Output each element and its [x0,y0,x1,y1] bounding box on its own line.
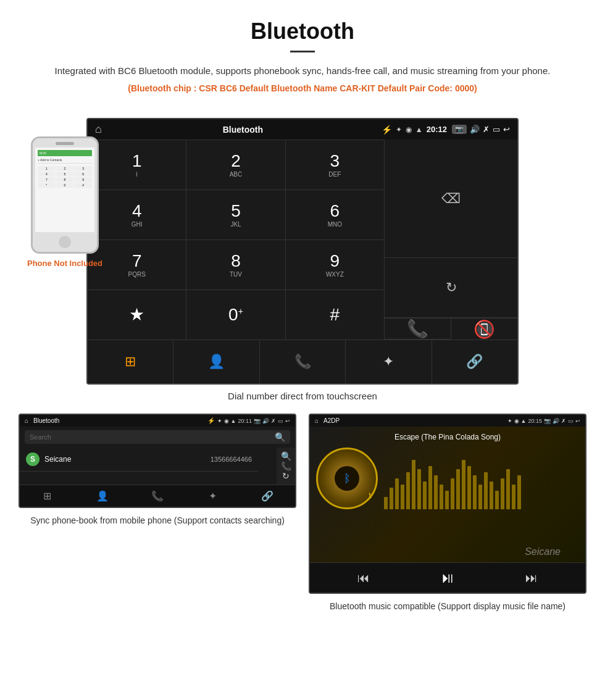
visualizer-bar [490,481,493,509]
phone-image: M:00 + Add to Contacts 123 456 789 *0# [31,136,99,254]
phonebook-statusbar: ⌂ Bluetooth ⚡ ✦ ◉ ▲ 20:11 📷 🔊 ✗ ▭ ↩ [20,415,295,427]
dialpad-button[interactable]: ⊞ [88,340,173,383]
pb-contacts-btn[interactable]: 👤 [75,485,130,507]
refresh-button[interactable]: ↻ [385,258,517,318]
music-body: Escape (The Pina Colada Song) ᛒ ♪ Seican… [310,427,585,562]
phonebook-caption: Sync phone-book from mobile phone (Suppo… [30,514,285,527]
pb-time: 20:11 [238,418,252,424]
visualizer-bar [462,460,465,509]
back-icon[interactable]: ↩ [503,125,510,134]
song-title: Escape (The Pina Colada Song) [394,433,501,441]
key-hash[interactable]: # [286,290,384,340]
statusbar: ⌂ Bluetooth ⚡ ✦ ◉ ▲ 20:12 📷 🔊 ✗ ▭ ↩ [88,119,517,140]
mu-status-icons: ✦ ◉ ▲ 20:15 📷 🔊 ✗ ▭ ↩ [507,418,580,424]
x-icon[interactable]: ✗ [483,125,490,134]
pb-rect-icon: ▭ [278,418,283,424]
link-button[interactable]: 🔗 [432,340,517,383]
phone-not-included-label: Phone Not Included [27,259,102,268]
visualizer-bar [401,485,404,509]
visualizer-bar [517,475,521,509]
phone-button[interactable]: 📞 [260,340,346,383]
music-visualizer [384,448,579,509]
visualizer-bar [384,497,388,509]
music-screen: ⌂ A2DP ✦ ◉ ▲ 20:15 📷 🔊 ✗ ▭ ↩ Escape (The… [309,414,586,594]
call-buttons-row: 📞 📵 [385,318,517,340]
statusbar-right-icons: 📷 🔊 ✗ ▭ ↩ [452,125,510,134]
contact-avatar: S [26,452,40,466]
pb-link-btn[interactable]: 🔗 [240,485,295,507]
contact-list: S Seicane 13566664466 [20,448,277,485]
visualizer-bar [467,466,471,509]
rect-icon[interactable]: ▭ [493,125,500,134]
pb-phone-btn[interactable]: 📞 [130,485,185,507]
volume-icon[interactable]: 🔊 [470,125,480,134]
visualizer-bar [478,485,482,509]
key-9[interactable]: 9 WXYZ [286,240,384,290]
key-2[interactable]: 2 ABC [186,140,285,190]
music-controls: ⏮ ⏯ ⏭ [310,562,585,593]
pb-home-icon[interactable]: ⌂ [25,417,28,424]
phone-screen-top: M:00 [38,150,92,156]
call-red-button[interactable]: 📵 [451,319,517,340]
visualizer-bar [412,460,415,509]
pb-bluetooth-btn[interactable]: ✦ [185,485,240,507]
call-sidebar-icon[interactable]: 📞 [281,461,291,471]
visualizer-bar [473,475,477,509]
pb-status-icons: ✦ ◉ ▲ 20:11 📷 🔊 ✗ ▭ ↩ [217,418,290,424]
contact-entry[interactable]: S Seicane 13566664466 [20,448,258,472]
search-placeholder: Search [30,433,51,441]
visualizer-bar [417,469,421,509]
dialpad-keys: 1 ⌇ 2 ABC 3 DEF 4 GHI [88,140,384,340]
home-icon[interactable]: ⌂ [95,123,102,136]
key-0[interactable]: 0+ [186,290,285,340]
refresh-sidebar-icon[interactable]: ↻ [282,471,290,481]
phone-dialpad-mini: 123 456 789 *0# [38,166,92,188]
pb-sig-icon: ▲ [231,418,236,424]
search-sidebar-icon[interactable]: 🔍 [281,451,291,461]
page-description: Integrated with BC6 Bluetooth module, su… [37,64,568,78]
key-3[interactable]: 3 DEF [286,140,384,190]
mu-home-icon[interactable]: ⌂ [315,417,319,424]
mu-title: A2DP [323,417,505,424]
pb-cam-icon: 📷 [254,418,261,424]
statusbar-title: Bluetooth [108,125,378,135]
phone-aside: M:00 + Add to Contacts 123 456 789 *0# P… [0,136,130,268]
visualizer-bar [495,491,499,509]
bluetooth-icon: ✦ [396,125,402,134]
disc-bluetooth-icon: ᛒ [344,472,351,485]
play-pause-button[interactable]: ⏯ [440,569,455,586]
phonebook-search-bar[interactable]: Search 🔍 [25,430,290,444]
dialpad-side: ⌫ ↻ 📞 📵 [384,140,517,340]
main-caption: Dial number direct from touchscreen [0,391,605,401]
phonebook-bottom-bar: ⊞ 👤 📞 ✦ 🔗 [20,485,295,507]
mu-x-icon: ✗ [561,418,566,424]
key-star[interactable]: ★ [88,290,186,340]
key-5[interactable]: 5 JKL [186,190,285,240]
next-button[interactable]: ⏭ [525,571,538,585]
phone-screen-contact: + Add to Contacts [38,158,92,164]
music-caption: Bluetooth music compatible (Support disp… [330,600,565,613]
statusbar-time: 20:12 [427,125,447,134]
backspace-button[interactable]: ⌫ [385,140,517,258]
mu-cam-icon: 📷 [544,418,551,424]
pb-vol-icon: 🔊 [262,418,269,424]
key-6[interactable]: 6 MNO [286,190,384,240]
bottom-screenshots: ⌂ Bluetooth ⚡ ✦ ◉ ▲ 20:11 📷 🔊 ✗ ▭ ↩ Sear… [0,414,605,613]
music-disc: ᛒ ♪ [316,448,378,509]
phonebook-screenshot-box: ⌂ Bluetooth ⚡ ✦ ◉ ▲ 20:11 📷 🔊 ✗ ▭ ↩ Sear… [19,414,296,613]
visualizer-bar [428,466,432,509]
music-screenshot-box: ⌂ A2DP ✦ ◉ ▲ 20:15 📷 🔊 ✗ ▭ ↩ Escape (The… [309,414,586,613]
mu-rect-icon: ▭ [568,418,574,424]
pb-dialpad-btn[interactable]: ⊞ [20,485,75,507]
bluetooth-button[interactable]: ✦ [346,340,432,383]
mu-back-icon: ↩ [575,418,580,424]
call-green-button[interactable]: 📞 [385,319,451,340]
music-note-icon: ♪ [365,487,373,504]
prev-button[interactable]: ⏮ [357,571,370,585]
pb-x-icon: ✗ [271,418,276,424]
mu-bt-icon: ✦ [507,418,512,424]
key-8[interactable]: 8 TUV [186,240,285,290]
contact-number: 13566664466 [211,456,252,463]
camera-icon[interactable]: 📷 [452,125,467,134]
contacts-button[interactable]: 👤 [173,340,259,383]
